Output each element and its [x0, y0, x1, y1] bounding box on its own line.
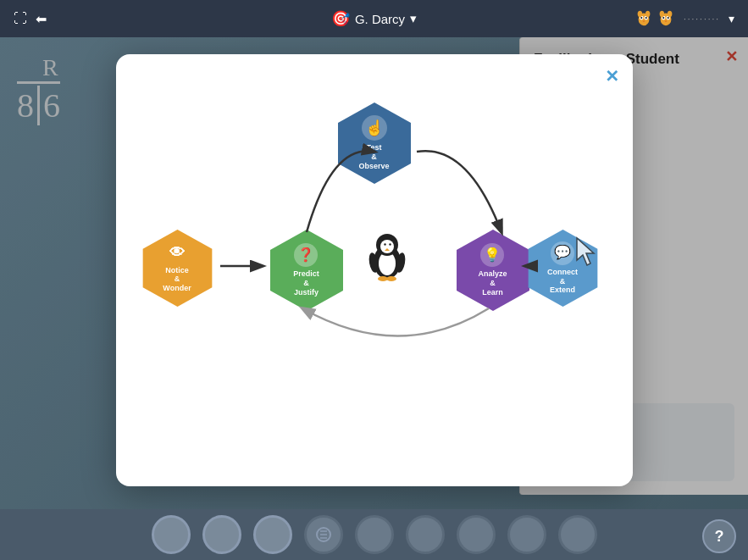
- test-hex-content: ☝ Test&Observe: [358, 115, 389, 170]
- btn4-icon: [313, 524, 334, 545]
- predict-hex-content: ❓ Predict&Justify: [293, 243, 319, 297]
- bottom-btn-3[interactable]: [253, 515, 292, 554]
- penguin-svg: [362, 224, 413, 287]
- menu-chevron[interactable]: ▾: [729, 12, 734, 25]
- bottom-btn-2[interactable]: [202, 515, 241, 554]
- main-modal: ✕: [116, 54, 633, 486]
- svg-point-11: [662, 17, 664, 19]
- bottom-btn-5[interactable]: [355, 515, 394, 554]
- notice-hex-content: 👁 Notice&Wonder: [163, 243, 191, 293]
- bottom-btn-1[interactable]: [152, 515, 191, 554]
- analyze-icon: 💡: [480, 243, 504, 267]
- modal-close-button[interactable]: ✕: [605, 66, 619, 86]
- notice-icon: 👁: [169, 243, 185, 263]
- svg-point-3: [640, 17, 642, 19]
- connect-label: Connect&Extend: [547, 268, 578, 295]
- top-bar: ⛶ ⬅ 🎯 G. Darcy ▾: [0, 0, 748, 37]
- node-notice: 👁 Notice&Wonder: [137, 228, 218, 308]
- test-icon: ☝: [362, 115, 387, 141]
- svg-point-14: [660, 11, 665, 17]
- svg-point-15: [668, 11, 673, 17]
- penguin-mascot: [362, 224, 413, 298]
- svg-marker-38: [577, 238, 594, 265]
- expand-icon[interactable]: ⛶: [14, 11, 27, 26]
- back-icon[interactable]: ⬅: [36, 11, 47, 27]
- dots-indicator: ·········: [684, 14, 720, 24]
- workflow-diagram: 👁 Notice&Wonder ❓ Predict&Justify: [137, 92, 612, 448]
- analyze-label: Analyze&Learn: [478, 269, 507, 297]
- top-bar-center: 🎯 G. Darcy ▾: [331, 9, 417, 28]
- bottom-btn-8[interactable]: [507, 515, 546, 554]
- notice-label: Notice&Wonder: [163, 266, 191, 293]
- bottom-btn-7[interactable]: [457, 515, 496, 554]
- node-predict: ❓ Predict&Justify: [264, 228, 349, 313]
- svg-point-37: [386, 276, 396, 281]
- dropdown-chevron[interactable]: ▾: [410, 11, 417, 26]
- node-test: ☝ Test&Observe: [332, 101, 417, 186]
- connect-hex-content: 💬 Connect&Extend: [547, 241, 578, 295]
- owl-icon-1: [634, 9, 653, 28]
- svg-point-28: [380, 240, 394, 253]
- question-button[interactable]: ?: [702, 519, 736, 553]
- top-bar-left: ⛶ ⬅: [14, 11, 47, 27]
- cursor-svg: [575, 236, 599, 267]
- connect-icon: 💬: [551, 241, 574, 265]
- mouse-cursor: [575, 236, 599, 273]
- bottom-btn-9[interactable]: [558, 515, 597, 554]
- predict-icon: ❓: [294, 243, 318, 267]
- bottom-bar: ?: [0, 509, 748, 560]
- bottom-btn-6[interactable]: [406, 515, 445, 554]
- user-name[interactable]: G. Darcy: [355, 12, 405, 26]
- svg-point-32: [389, 243, 391, 245]
- predict-label: Predict&Justify: [293, 269, 319, 297]
- svg-point-12: [668, 17, 669, 19]
- test-label: Test&Observe: [358, 143, 389, 170]
- svg-point-7: [645, 11, 651, 17]
- user-avatar-icon: 🎯: [331, 9, 350, 28]
- svg-point-6: [638, 11, 643, 17]
- analyze-hex-content: 💡 Analyze&Learn: [478, 243, 507, 297]
- top-bar-right: ········· ▾: [634, 9, 734, 28]
- owl-icons: [634, 9, 675, 28]
- svg-point-31: [384, 243, 385, 245]
- bottom-btn-4[interactable]: [304, 515, 343, 554]
- svg-point-4: [645, 17, 647, 19]
- owl-icon-2: [657, 9, 675, 28]
